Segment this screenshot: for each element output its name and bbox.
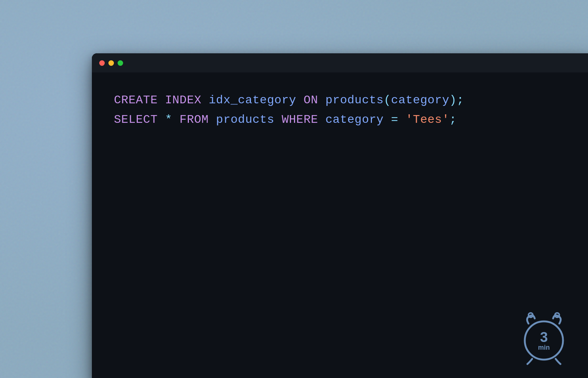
table-name-2: products xyxy=(216,113,275,126)
terminal-window: CREATE INDEX idx_category ON products(ca… xyxy=(92,53,588,378)
code-line-1: CREATE INDEX idx_category ON products(ca… xyxy=(114,91,573,110)
column-name-1: category xyxy=(391,93,449,107)
index-name: idx_category xyxy=(209,93,296,107)
semicolon-2: ; xyxy=(449,113,457,126)
keyword-select: SELECT xyxy=(114,113,158,126)
semicolon-1: ; xyxy=(457,93,464,107)
clock-number: 3 xyxy=(540,329,548,345)
close-button[interactable] xyxy=(99,60,105,66)
star-operator: * xyxy=(165,113,172,126)
keyword-from: FROM xyxy=(180,113,209,126)
table-name-1: products xyxy=(325,93,384,107)
maximize-button[interactable] xyxy=(118,60,123,66)
code-editor: CREATE INDEX idx_category ON products(ca… xyxy=(92,72,588,148)
timer-clock-widget: 3 min xyxy=(514,308,573,367)
column-name-2: category xyxy=(325,113,384,126)
clock-svg: 3 min xyxy=(514,308,573,367)
keyword-where: WHERE xyxy=(282,113,318,126)
minimize-button[interactable] xyxy=(108,60,114,66)
clock-foot-right xyxy=(556,359,560,364)
keyword-on: ON xyxy=(304,93,318,107)
paren-open: ( xyxy=(384,93,391,107)
keyword-create: CREATE xyxy=(114,93,158,107)
equals-operator: = xyxy=(391,113,398,126)
string-value: 'Tees' xyxy=(406,113,449,126)
keyword-index: INDEX xyxy=(165,93,201,107)
code-line-2: SELECT * FROM products WHERE category = … xyxy=(114,110,573,130)
paren-close: ) xyxy=(449,93,457,107)
window-titlebar xyxy=(92,53,588,72)
clock-foot-left xyxy=(527,359,532,364)
clock-unit: min xyxy=(538,344,550,351)
